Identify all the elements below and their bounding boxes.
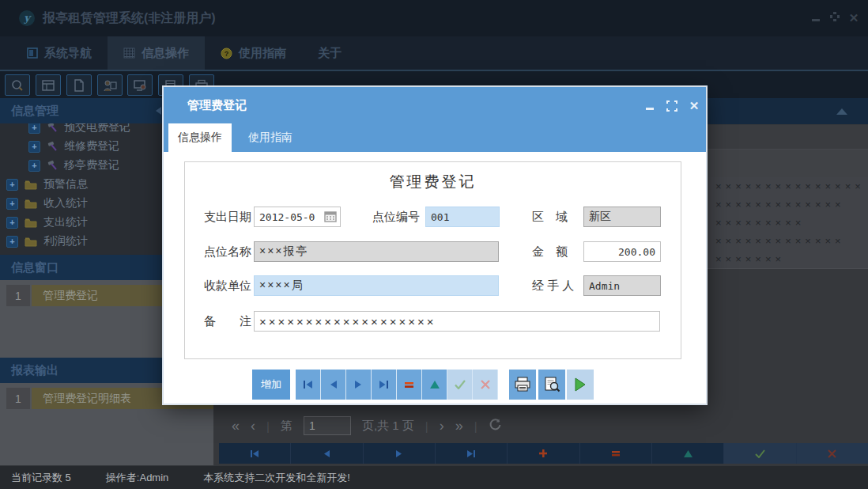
toolbar-form-button[interactable] — [36, 74, 61, 96]
region-input[interactable] — [583, 207, 661, 227]
tab-label: 使用指南 — [248, 131, 292, 145]
spot-code-input[interactable] — [425, 207, 500, 227]
separator: | — [474, 419, 477, 433]
hammer-icon — [47, 123, 58, 133]
check-icon — [755, 449, 765, 458]
record-navigator — [219, 443, 868, 464]
page-number-input[interactable] — [304, 416, 351, 435]
operator-label: 操作者:Admin — [106, 471, 168, 485]
tree-item-label: 维修费登记 — [64, 139, 119, 154]
expand-plus-icon[interactable]: + — [28, 160, 40, 172]
dialog-tabbar: 信息操作 使用指南 — [164, 123, 706, 152]
toolbar-user-button[interactable] — [97, 74, 123, 96]
maximize-icon — [666, 100, 677, 112]
edit-record-button[interactable] — [652, 443, 724, 464]
table-cell-text: ××××××××××××××× — [715, 180, 865, 192]
form-window-icon — [41, 79, 55, 92]
dialog-minimize-button[interactable] — [643, 100, 657, 112]
edit-record-button[interactable] — [422, 370, 447, 400]
expand-plus-icon[interactable]: + — [28, 141, 40, 153]
prev-record-button[interactable] — [291, 443, 363, 464]
menu-label: 使用指南 — [239, 46, 286, 61]
dialog-record-navigator — [296, 370, 498, 400]
print-button[interactable] — [509, 370, 536, 400]
triangle-icon — [684, 450, 693, 457]
spot-name-input[interactable] — [254, 241, 499, 262]
calendar-icon[interactable] — [324, 210, 337, 222]
menu-item-about[interactable]: 关于 — [302, 36, 357, 70]
folder-icon — [25, 237, 37, 247]
prev-page-button[interactable]: ‹ — [251, 418, 255, 434]
search-document-icon — [10, 79, 25, 92]
folder-icon — [25, 180, 37, 190]
dialog-maximize-button[interactable] — [665, 100, 679, 112]
app-title: 报亭租赁管理系统(非注册用户) — [43, 10, 216, 27]
last-record-button[interactable] — [436, 443, 508, 464]
svg-text:?: ? — [225, 50, 229, 58]
next-record-button[interactable] — [364, 443, 436, 464]
last-record-button[interactable] — [372, 370, 397, 400]
tab-info-operation[interactable]: 信息操作 — [168, 123, 232, 152]
user-card-icon — [103, 79, 117, 92]
cancel-button[interactable] — [473, 370, 498, 400]
add-button[interactable]: 增加 — [252, 370, 290, 400]
menu-item-info-operation[interactable]: 信息操作 — [108, 36, 205, 70]
menu-item-system-nav[interactable]: 系统导航 — [11, 36, 108, 70]
app-minimize-button[interactable] — [808, 11, 824, 25]
handler-input[interactable] — [583, 275, 661, 296]
management-fee-dialog: 管理费登记 ✕ 信息操作 使用指南 管理费登记 支出日期 — [164, 87, 706, 404]
menu-item-user-guide[interactable]: ? 使用指南 — [205, 36, 302, 70]
equals-icon — [611, 450, 621, 457]
remark-input[interactable] — [254, 311, 660, 332]
app-logo-icon: y — [19, 10, 35, 26]
expand-plus-icon[interactable]: + — [6, 179, 18, 191]
menu-label: 关于 — [318, 46, 342, 61]
first-page-button[interactable]: « — [232, 418, 240, 434]
page-label: 第 — [281, 419, 292, 434]
dialog-close-button[interactable]: ✕ — [687, 100, 701, 112]
toolbar-monitor-button[interactable] — [127, 74, 153, 96]
payee-input[interactable] — [254, 275, 499, 296]
refresh-button[interactable] — [489, 418, 502, 434]
table-cell-text: ××××××××× — [715, 217, 805, 229]
list-item-index: 1 — [6, 388, 30, 409]
amount-input[interactable] — [583, 241, 661, 262]
next-page-button[interactable]: › — [440, 418, 444, 434]
confirm-button[interactable] — [447, 370, 473, 400]
tree-item-label: 支出统计 — [43, 215, 88, 229]
add-record-button[interactable] — [508, 443, 579, 464]
tree-item-label: 移亭费登记 — [64, 158, 119, 172]
list-item-index: 1 — [6, 285, 30, 306]
expand-plus-icon[interactable]: + — [6, 198, 18, 210]
tab-user-guide[interactable]: 使用指南 — [236, 123, 304, 152]
expand-plus-icon[interactable]: + — [28, 123, 40, 134]
first-record-button[interactable] — [296, 370, 321, 400]
expand-plus-icon[interactable]: + — [6, 217, 18, 229]
first-record-button[interactable] — [219, 443, 291, 464]
confirm-record-button[interactable] — [724, 443, 796, 464]
tree-item-label: 收入统计 — [43, 196, 88, 210]
last-page-button[interactable]: » — [455, 418, 463, 434]
delete-record-button[interactable] — [397, 370, 422, 400]
prev-record-button[interactable] — [321, 370, 346, 400]
cancel-record-button[interactable] — [797, 443, 868, 464]
run-report-button[interactable] — [567, 370, 594, 400]
maximize-icon — [829, 11, 840, 22]
amount-label: 金 额 — [532, 241, 568, 262]
app-window: y 报亭租赁管理系统(非注册用户) ✕ 系统导航 信息操作 — [0, 0, 868, 489]
expand-plus-icon[interactable]: + — [6, 236, 18, 248]
help-icon: ? — [221, 47, 232, 59]
delete-record-button[interactable] — [580, 443, 652, 464]
app-close-button[interactable]: ✕ — [846, 11, 862, 25]
next-record-button[interactable] — [346, 370, 372, 400]
grid-pagination: « ‹ | 第 页,共 1 页 | › » | — [219, 411, 868, 440]
x-icon — [828, 449, 836, 458]
last-record-icon — [379, 380, 389, 389]
app-maximize-button[interactable] — [827, 11, 843, 25]
toolbar-document-button[interactable] — [66, 74, 92, 96]
print-preview-button[interactable] — [538, 370, 565, 400]
print-preview-icon — [543, 377, 560, 392]
sidebar-header-label: 信息管理 — [11, 104, 58, 117]
dialog-titlebar[interactable]: 管理费登记 ✕ — [164, 87, 706, 123]
toolbar-search-button[interactable] — [5, 74, 30, 96]
